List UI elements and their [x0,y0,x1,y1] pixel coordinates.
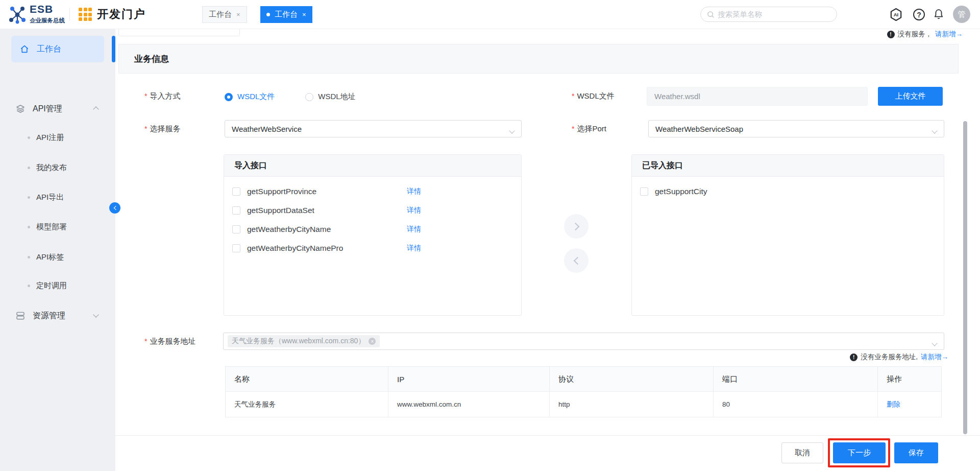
user-avatar[interactable]: 管 [953,6,970,23]
select-service-label: * 选择服务 [144,124,180,134]
transfer-right-button[interactable] [564,214,589,239]
cancel-button[interactable]: 取消 [781,442,823,463]
detail-link[interactable]: 详情 [407,225,421,234]
chevron-up-icon [94,104,98,113]
detail-link[interactable]: 详情 [407,244,421,253]
top-header: ESB 企业服务总线 开发门户 工作台 × 工作台 × AI [0,0,980,29]
footer-divider [115,435,980,436]
radio-wsdl-file[interactable]: WSDL文件 [225,92,275,102]
import-method-radio-group: WSDL文件 WSDL地址 [225,92,356,102]
service-address-select[interactable]: 天气业务服务（www.webxml.com.cn:80） × [223,333,944,350]
interface-name: getSupportDataSet [247,206,314,215]
section-header-business-info: 业务信息 [118,44,959,74]
radio-label: WSDL地址 [318,92,355,102]
sidebar-item-api-tags[interactable]: API标签 [0,248,115,266]
active-item-indicator [112,36,115,62]
col-header-protocol: 协议 [550,367,714,391]
checkbox[interactable] [232,244,240,252]
wsdl-file-input[interactable] [647,87,868,106]
delete-link[interactable]: 删除 [887,400,900,409]
panel-title: 导入接口 [224,155,521,177]
sidebar-item-label: 模型部署 [36,222,67,232]
sidebar-item-model-deploy[interactable]: 模型部署 [0,218,115,236]
required-mark: * [144,337,147,345]
sidebar-item-api-register[interactable]: API注册 [0,128,115,147]
required-mark: * [144,125,147,133]
cell-protocol: http [550,392,714,417]
radio-selected-icon [225,93,233,101]
col-header-action: 操作 [878,367,941,391]
radio-unselected-icon [305,93,313,101]
sidebar-item-api-export[interactable]: API导出 [0,188,115,206]
tab-close-icon[interactable]: × [236,11,240,18]
interface-name: getWeatherbyCityNamePro [247,244,343,253]
sidebar-item-workbench[interactable]: 工作台 [11,36,104,62]
port-select[interactable]: WeatherWebServiceSoap [648,120,944,137]
checkbox[interactable] [640,187,648,196]
tab-workbench-active[interactable]: 工作台 × [260,6,312,23]
sidebar-item-label: 定时调用 [36,281,67,291]
add-address-link[interactable]: 请新增→ [921,352,948,362]
bullet-dot [28,136,30,139]
bell-icon [933,8,945,20]
sidebar-group-api-management[interactable]: API管理 [0,99,115,119]
notification-bell-button[interactable] [933,8,945,20]
service-address-table: 名称 IP 协议 端口 操作 天气业务服务 www.webxml.com.cn … [225,366,942,417]
save-button[interactable]: 保存 [894,442,938,463]
search-input[interactable] [718,10,830,18]
bullet-dot [28,285,30,287]
bullet-dot [28,167,30,169]
select-value: WeatherWebServiceSoap [655,125,743,133]
required-mark: * [144,92,147,100]
checkbox[interactable] [232,225,240,233]
notice-text: 没有服务， [898,30,933,39]
chevron-left-icon [113,206,117,210]
tab-close-icon[interactable]: × [302,11,306,18]
col-header-port: 端口 [714,367,878,391]
col-header-name: 名称 [226,367,388,391]
select-port-label: * 选择Port [572,124,606,134]
checkbox[interactable] [232,206,240,215]
sidebar-collapse-button[interactable] [109,202,120,214]
menu-search[interactable] [700,7,837,22]
ai-assistant-button[interactable]: AI [889,8,903,21]
next-step-button[interactable]: 下一步 [833,442,886,463]
radio-wsdl-url[interactable]: WSDL地址 [305,92,355,102]
cell-port: 80 [714,392,878,417]
app-screen: ESB 企业服务总线 开发门户 工作台 × 工作台 × AI [0,0,980,471]
add-service-link[interactable]: 请新增→ [935,30,963,39]
tab-workbench-inactive[interactable]: 工作台 × [202,6,247,23]
cell-ip: www.webxml.com.cn [388,392,550,417]
sidebar-nav: 工作台 API管理 API注册 我的发布 API导出 模型部署 [0,29,115,471]
active-tab-dot [266,13,270,16]
home-icon [19,44,30,54]
detail-link[interactable]: 详情 [407,206,421,215]
sidebar-item-scheduled-call[interactable]: 定时调用 [0,276,115,295]
server-icon [15,311,26,321]
select-value: WeatherWebService [232,125,302,133]
chevron-right-icon [571,222,579,230]
layers-icon [15,104,26,114]
tag-remove-icon[interactable]: × [369,338,376,345]
interface-name: getWeatherbyCityName [247,225,331,234]
help-button[interactable]: ? [913,9,925,20]
info-icon: ! [850,354,857,361]
sidebar-item-my-publish[interactable]: 我的发布 [0,158,115,177]
upload-file-button[interactable]: 上传文件 [878,87,943,106]
table-row: 天气业务服务 www.webxml.com.cn http 80 删除 [226,391,941,417]
sidebar-item-label: API导出 [36,193,64,202]
checkbox[interactable] [232,187,240,196]
radio-label: WSDL文件 [237,92,275,102]
table-header-row: 名称 IP 协议 端口 操作 [226,367,941,391]
cell-name: 天气业务服务 [226,392,388,417]
sidebar-group-resource-management[interactable]: 资源管理 [0,305,115,326]
sidebar-item-label: 工作台 [37,44,61,55]
bullet-dot [28,226,30,228]
no-address-notice: ! 没有业务服务地址, 请新增→ [850,352,948,362]
service-select[interactable]: WeatherWebService [225,120,522,137]
transfer-left-button[interactable] [564,248,589,273]
detail-link[interactable]: 详情 [407,187,421,196]
avatar-text: 管 [958,10,966,19]
vertical-scrollbar-thumb[interactable] [963,121,967,434]
question-icon: ? [917,11,921,19]
